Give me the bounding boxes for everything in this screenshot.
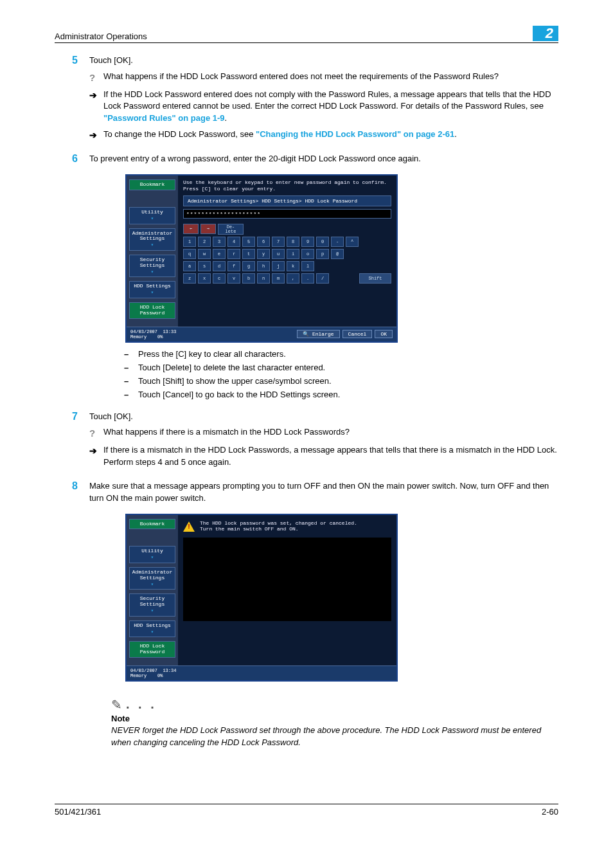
key-y[interactable]: y [257, 249, 270, 259]
key-z[interactable]: z [183, 273, 196, 284]
key-h[interactable]: h [257, 261, 270, 271]
ok-button[interactable]: OK [375, 330, 393, 338]
header-title: Administrator Operations [55, 32, 147, 41]
key-at[interactable]: @ [331, 249, 344, 259]
screenshot-keyboard: Bookmark Utility▾ Administrator Settings… [125, 174, 398, 342]
arrow-icon: ➔ [89, 129, 103, 141]
note-icon: ✎ [111, 697, 122, 712]
admin-settings-button[interactable]: Administrator Settings▾ [129, 567, 175, 590]
key-g[interactable]: g [242, 261, 255, 271]
chapter-number: 2 [533, 26, 558, 41]
key-4[interactable]: 4 [227, 237, 240, 247]
arrow-icon: ➔ [89, 444, 103, 469]
key-t[interactable]: t [242, 249, 255, 259]
key-3[interactable]: 3 [213, 237, 226, 247]
delete-key[interactable]: De- lete [218, 224, 244, 235]
key-9[interactable]: 9 [301, 237, 314, 247]
key-f[interactable]: f [227, 261, 240, 271]
key-r[interactable]: r [227, 249, 240, 259]
page-footer: 501/421/361 2-60 [55, 804, 558, 817]
key-v[interactable]: v [227, 273, 240, 284]
key-7[interactable]: 7 [272, 237, 285, 247]
key-5[interactable]: 5 [242, 237, 255, 247]
key-6[interactable]: 6 [257, 237, 270, 247]
key-w[interactable]: w [198, 249, 211, 259]
step-text: Touch [OK]. [89, 55, 558, 67]
question-text: What happens if the HDD Lock Password en… [103, 71, 558, 85]
key-n[interactable]: n [257, 273, 270, 284]
key-k[interactable]: k [287, 261, 299, 271]
hdd-settings-button[interactable]: HDD Settings▾ [129, 620, 175, 638]
key-j[interactable]: j [272, 261, 285, 271]
key-period[interactable]: . [301, 273, 314, 284]
shift-key[interactable]: Shift [359, 273, 391, 284]
breadcrumb-path: Administrator Settings> HDD Settings> HD… [183, 195, 391, 206]
instruction-text: Use the keyboard or keypad to enter new … [183, 179, 391, 192]
security-settings-button[interactable]: Security Settings▾ [129, 255, 175, 277]
arrow-left-key[interactable]: ⬅ [183, 224, 199, 234]
bullet-text: Touch [Cancel] to go back to the HDD Set… [138, 390, 558, 399]
warning-icon [183, 521, 195, 532]
hdd-lock-password-button[interactable]: HDD Lock Password [129, 641, 175, 658]
footer-datetime: 04/03/2007 13:33 Memory 0% [130, 329, 176, 339]
key-8[interactable]: 8 [287, 237, 299, 247]
answer-text: If there is a mismatch in the HDD Lock P… [103, 444, 558, 469]
note-heading: Note [111, 714, 558, 723]
password-input[interactable]: ******************** [183, 209, 391, 219]
utility-button[interactable]: Utility▾ [129, 207, 175, 224]
key-dash[interactable]: - [331, 237, 344, 247]
arrow-right-key[interactable]: ➡ [200, 224, 216, 234]
message-text: The HDD lock password was set, changed o… [200, 520, 357, 532]
hdd-settings-button[interactable]: HDD Settings▾ [129, 281, 175, 298]
key-u[interactable]: u [272, 249, 285, 259]
key-d[interactable]: d [213, 261, 226, 271]
step-number: 8 [55, 480, 89, 505]
key-slash[interactable]: / [316, 273, 329, 284]
key-l[interactable]: l [301, 261, 314, 271]
key-comma[interactable]: , [287, 273, 299, 284]
note-block: ✎ . . . Note NEVER forget the HDD Lock P… [111, 697, 558, 749]
step-number: 6 [55, 153, 89, 165]
key-q[interactable]: q [183, 249, 196, 259]
key-p[interactable]: p [316, 249, 329, 259]
key-m[interactable]: m [272, 273, 285, 284]
key-s[interactable]: s [198, 261, 211, 271]
step-text: To prevent entry of a wrong password, en… [89, 153, 558, 165]
enlarge-button[interactable]: 🔍 Enlarge [297, 330, 339, 338]
page-header: Administrator Operations 2 [55, 26, 558, 43]
footer-right: 2-60 [542, 807, 558, 817]
question-text: What happens if there is a mismatch in t… [103, 426, 558, 440]
hdd-lock-password-button[interactable]: HDD Lock Password [129, 302, 175, 319]
bookmark-button[interactable]: Bookmark [129, 519, 175, 530]
key-0[interactable]: 0 [316, 237, 329, 247]
footer-datetime: 04/03/2007 13:34 Memory 0% [130, 668, 176, 678]
key-b[interactable]: b [242, 273, 255, 284]
key-x[interactable]: x [198, 273, 211, 284]
security-settings-button[interactable]: Security Settings▾ [129, 593, 175, 616]
admin-settings-button[interactable]: Administrator Settings▾ [129, 228, 175, 251]
cancel-button[interactable]: Cancel [342, 330, 373, 338]
key-caret[interactable]: ^ [346, 237, 359, 247]
key-c[interactable]: c [213, 273, 226, 284]
dash-icon: – [124, 349, 138, 359]
step-text: Touch [OK]. [89, 411, 558, 423]
link-password-rules[interactable]: "Password Rules" on page 1-9 [103, 113, 225, 123]
utility-button[interactable]: Utility▾ [129, 546, 175, 563]
key-1[interactable]: 1 [183, 237, 196, 247]
step-text: Make sure that a message appears prompti… [89, 480, 558, 505]
key-2[interactable]: 2 [198, 237, 211, 247]
dash-icon: – [124, 363, 138, 372]
link-changing-hdd-lock[interactable]: "Changing the HDD Lock Password" on page… [256, 129, 454, 139]
question-icon: ? [89, 426, 103, 440]
bullet-text: Touch [Delete] to delete the last charac… [138, 363, 558, 372]
key-e[interactable]: e [213, 249, 226, 259]
note-text: NEVER forget the HDD Lock Password set t… [111, 725, 558, 749]
bookmark-button[interactable]: Bookmark [129, 179, 175, 190]
bullet-text: Touch [Shift] to show the upper case/sym… [138, 376, 558, 386]
dash-icon: – [124, 390, 138, 399]
arrow-icon: ➔ [89, 89, 103, 125]
key-a[interactable]: a [183, 261, 196, 271]
key-o[interactable]: o [301, 249, 314, 259]
key-i[interactable]: i [287, 249, 299, 259]
bullet-text: Press the [C] key to clear all character… [138, 349, 558, 359]
